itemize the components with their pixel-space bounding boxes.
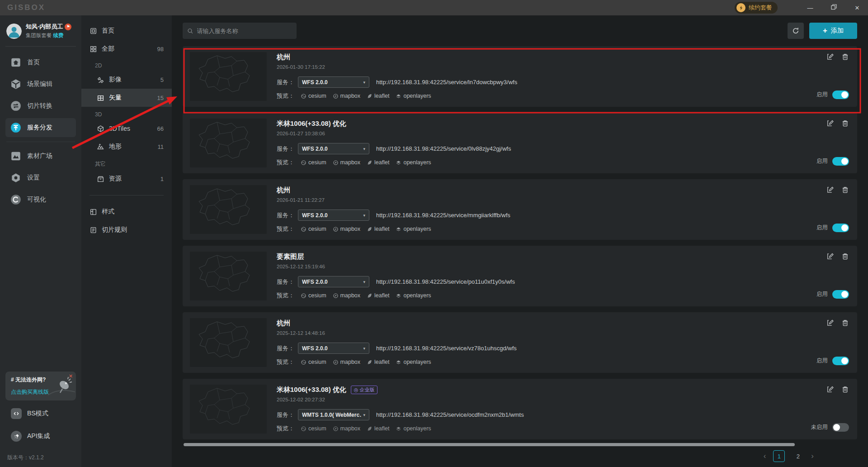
search-box[interactable] [183,23,297,39]
preview-link-mapbox[interactable]: mapbox [333,93,360,99]
service-type-select[interactable]: WFS 2.0.0 ▾ [298,143,369,154]
enable-toggle[interactable] [832,290,849,299]
catalog-item-style[interactable]: 样式 [81,203,172,221]
preview-link-openlayers[interactable]: openlayers [396,425,431,432]
catalog-item-3dtiles[interactable]: 3DTiles 66 [81,119,172,138]
enterprise-badge: ◎企业版 [351,386,378,394]
catalog-item-vector[interactable]: 矢量 15 [81,89,172,107]
service-thumbnail [190,52,267,101]
refresh-button[interactable] [788,23,804,39]
edit-button[interactable] [826,119,834,129]
service-type-select[interactable]: WMTS 1.0.0( WebMerc… ▾ [298,409,369,420]
preview-link-leaflet[interactable]: leaflet [367,159,389,166]
preview-link-leaflet[interactable]: leaflet [367,226,389,232]
preview-link-mapbox[interactable]: mapbox [333,292,360,299]
delete-button[interactable] [841,53,849,62]
preview-link-openlayers[interactable]: openlayers [396,292,431,299]
preview-field-label: 预览： [277,225,294,233]
minimize-button[interactable]: — [807,5,814,11]
rocket-icon [11,431,22,442]
catalog-item-all[interactable]: 全部 98 [81,40,172,58]
service-field-label: 服务： [277,211,294,219]
preview-link-cesium[interactable]: cesium [301,226,326,232]
delete-button[interactable] [841,386,849,395]
preview-link-cesium[interactable]: cesium [301,425,326,432]
delete-button[interactable] [841,119,849,129]
service-type-select[interactable]: WFS 2.0.0 ▾ [298,76,369,88]
enable-toggle[interactable] [832,423,849,432]
preview-link-mapbox[interactable]: mapbox [333,425,360,432]
page-2-button[interactable]: 2 [792,450,804,462]
enable-toggle[interactable] [832,357,849,365]
preview-link-cesium[interactable]: cesium [301,93,326,99]
service-type-select[interactable]: WFS 2.0.0 ▾ [298,210,369,221]
edit-pencil-icon [826,186,834,194]
search-input[interactable] [197,28,292,34]
add-button[interactable]: + 添加 [809,23,857,39]
service-name: 杭州 [277,53,290,62]
delete-button[interactable] [841,253,849,262]
catalog-section-3d: 3D [81,107,172,119]
preview-link-leaflet[interactable]: leaflet [367,292,389,299]
horizontal-scrollbar[interactable] [184,443,795,446]
preview-link-openlayers[interactable]: openlayers [396,359,431,365]
toggle-label: 启用 [816,91,828,99]
map-outline [190,252,267,300]
preview-link-openlayers[interactable]: openlayers [396,93,431,99]
user-block[interactable]: 知风-内部员工⚑ 集团版套餐续费 [5,23,76,40]
service-url: http://192.168.31.98:42225/service/vz78o… [376,345,517,352]
preview-link-leaflet[interactable]: leaflet [367,359,389,365]
enable-toggle[interactable] [832,91,849,99]
preview-link-mapbox[interactable]: mapbox [333,359,360,365]
preview-link-openlayers[interactable]: openlayers [396,226,431,232]
divider [5,46,76,47]
preview-link-leaflet[interactable]: leaflet [367,93,389,99]
page-1-button[interactable]: 1 [773,450,785,462]
sidebar-item-home[interactable]: 首页 [5,53,76,72]
divider [6,142,75,142]
renew-link[interactable]: 续费 [53,33,64,38]
preview-link-leaflet[interactable]: leaflet [367,425,389,432]
prev-page-button[interactable]: ‹ [764,452,766,461]
sidebar-item-settings[interactable]: 设置 [5,168,76,187]
next-page-button[interactable]: › [811,452,814,461]
catalog-item-terrain[interactable]: 地形 11 [81,138,172,156]
delete-button[interactable] [841,319,849,328]
sidebar-item-scene-edit[interactable]: 场景编辑 [5,75,76,94]
cloud-upload-icon [10,122,22,133]
service-type-select[interactable]: WFS 2.0.0 ▾ [298,343,369,354]
sidebar-item-service-dispatch[interactable]: 服务分发 [5,118,76,137]
sidebar-item-material-market[interactable]: 素材广场 [5,147,76,166]
renew-plan-button[interactable]: 续约套餐 [735,2,778,14]
service-type-select[interactable]: WFS 2.0.0 ▾ [298,276,369,287]
trash-icon [841,319,849,327]
restore-window-button[interactable] [830,4,837,11]
catalog-item-imagery[interactable]: 影像 5 [81,71,172,89]
sidebar-item-visualization[interactable]: 可视化 [5,190,76,209]
edit-button[interactable] [826,186,834,195]
cesium-icon [301,293,307,299]
api-integration-item[interactable]: API集成 [5,427,76,446]
enable-toggle[interactable] [832,224,849,232]
catalog-item-resource[interactable]: 资源 1 [81,170,172,188]
preview-link-cesium[interactable]: cesium [301,359,326,365]
preview-link-cesium[interactable]: cesium [301,159,326,166]
edit-button[interactable] [826,253,834,262]
preview-link-mapbox[interactable]: mapbox [333,226,360,232]
catalog-item-slice-rule[interactable]: 切片规则 [81,221,172,239]
edit-button[interactable] [826,319,834,328]
preview-link-openlayers[interactable]: openlayers [396,159,431,166]
close-button[interactable]: ✕ [854,5,861,11]
catalog-item-home[interactable]: 首页 [81,22,172,40]
edit-button[interactable] [826,386,834,395]
enable-toggle[interactable] [832,157,849,166]
sidebar-item-tile-convert[interactable]: 切片转换 [5,96,76,115]
toggle-label: 启用 [816,224,828,232]
edit-button[interactable] [826,53,834,62]
delete-button[interactable] [841,186,849,195]
cesium-icon [301,426,307,432]
preview-link-cesium[interactable]: cesium [301,292,326,299]
preview-link-mapbox[interactable]: mapbox [333,159,360,166]
bs-mode-item[interactable]: BS模式 [5,404,76,423]
openlayers-icon [396,426,401,432]
